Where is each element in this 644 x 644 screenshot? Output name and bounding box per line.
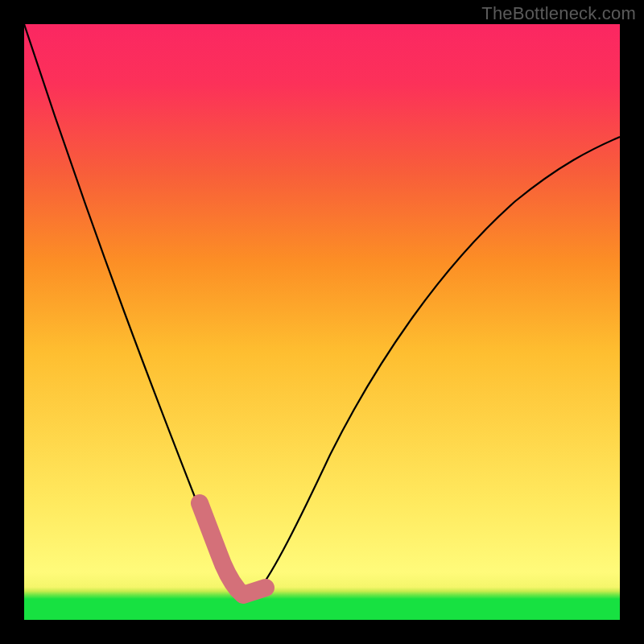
bottleneck-curve-svg [24,24,620,620]
highlight-band [200,503,266,595]
plot-area [24,24,620,620]
chart-frame: TheBottleneck.com [0,0,644,644]
curve-path [24,24,620,597]
watermark-text: TheBottleneck.com [481,3,636,24]
